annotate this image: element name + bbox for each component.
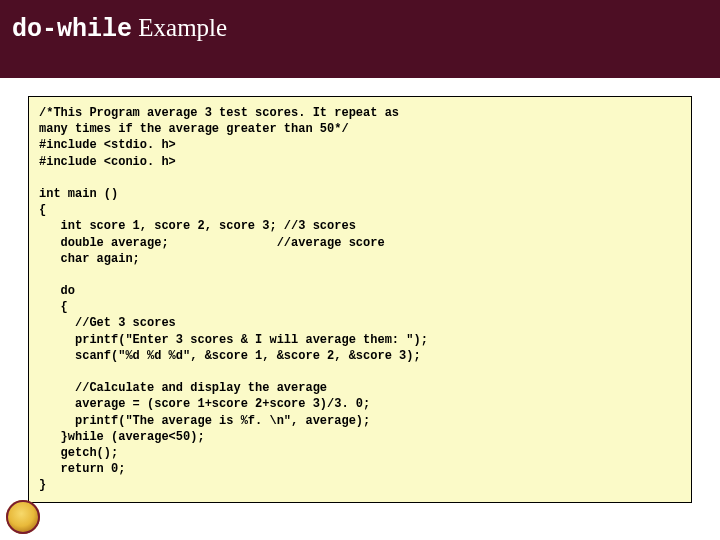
code-listing: /*This Program average 3 test scores. It…	[39, 105, 681, 494]
seal-icon	[6, 500, 40, 534]
slide-title-bar: do-while Example	[0, 0, 720, 78]
title-keyword: do-while	[12, 15, 132, 44]
title-rest: Example	[132, 14, 227, 41]
slide: do-while Example /*This Program average …	[0, 0, 720, 540]
code-box: /*This Program average 3 test scores. It…	[28, 96, 692, 503]
